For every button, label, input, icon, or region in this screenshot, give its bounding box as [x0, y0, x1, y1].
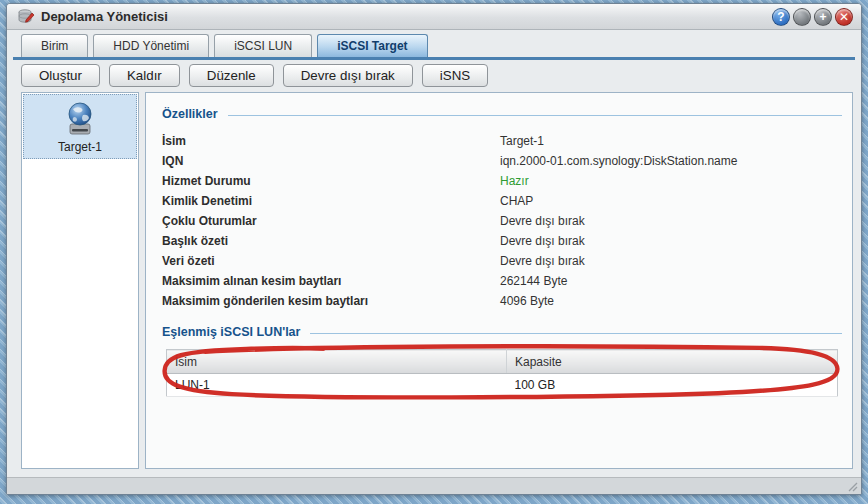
properties-list: İsimTarget-1 IQNiqn.2000-01.com.synology… [162, 131, 844, 311]
details-panel: Özellikler İsimTarget-1 IQNiqn.2000-01.c… [145, 92, 853, 469]
iscsi-target-globe-icon [63, 101, 97, 137]
main-area: Target-1 Özellikler İsimTarget-1 IQNiqn.… [21, 92, 853, 469]
window-titlebar[interactable]: Depolama Yöneticisi ? + ✕ [7, 4, 861, 30]
tab-birim[interactable]: Birim [21, 34, 88, 57]
mapped-luns-table-wrap: İsim Kapasite LUN-1 100 GB [166, 349, 838, 397]
property-row-iqn: IQNiqn.2000-01.com.synology:DiskStation.… [162, 151, 844, 171]
minimize-button[interactable] [793, 8, 811, 26]
help-button[interactable]: ? [772, 8, 790, 26]
resize-grip[interactable] [846, 480, 858, 492]
window-controls: ? + ✕ [772, 8, 853, 26]
target-list: Target-1 [21, 92, 139, 469]
tab-iscsi-target[interactable]: iSCSI Target [317, 34, 427, 57]
maximize-button[interactable]: + [814, 8, 832, 26]
lun-name-cell: LUN-1 [167, 374, 507, 397]
property-row-name: İsimTarget-1 [162, 131, 844, 151]
status-ready-value: Hazır [500, 174, 529, 188]
property-row-header-digest: Başlık özetiDevre dışı bırak [162, 231, 844, 251]
property-row-service-status: Hizmet DurumuHazır [162, 171, 844, 191]
property-row-authentication: Kimlik DenetimiCHAP [162, 191, 844, 211]
lun-capacity-cell: 100 GB [507, 374, 838, 397]
toolbar: Oluştur Kaldır Düzenle Devre dışı bırak … [7, 60, 861, 91]
mapped-luns-section-title: Eşlenmiş iSCSI LUN'lar [162, 325, 300, 339]
remove-button[interactable]: Kaldır [109, 64, 180, 87]
table-row-lun-1[interactable]: LUN-1 100 GB [167, 374, 838, 397]
column-header-capacity[interactable]: Kapasite [507, 350, 838, 374]
mapped-luns-section-header: Eşlenmiş iSCSI LUN'lar [162, 325, 844, 339]
properties-section-title: Özellikler [162, 107, 218, 121]
section-rule [310, 333, 842, 334]
window-title: Depolama Yöneticisi [41, 9, 772, 24]
desktop-background: Depolama Yöneticisi ? + ✕ Birim HDD Yöne… [0, 0, 868, 504]
create-button[interactable]: Oluştur [21, 64, 100, 87]
target-item-label: Target-1 [26, 140, 134, 154]
tab-iscsi-lun[interactable]: iSCSI LUN [214, 34, 312, 57]
edit-button[interactable]: Düzenle [189, 64, 274, 87]
properties-section-header: Özellikler [162, 107, 844, 121]
close-button[interactable]: ✕ [835, 8, 853, 26]
disable-button[interactable]: Devre dışı bırak [283, 64, 413, 87]
mapped-luns-table: İsim Kapasite LUN-1 100 GB [166, 349, 838, 397]
status-gap [7, 469, 861, 477]
isns-button[interactable]: iSNS [422, 64, 488, 87]
status-bar [7, 477, 861, 494]
tab-hdd-yonetimi[interactable]: HDD Yönetimi [93, 34, 209, 57]
storage-manager-icon [17, 8, 35, 26]
target-list-item-target-1[interactable]: Target-1 [23, 94, 137, 159]
column-header-name[interactable]: İsim [167, 350, 507, 374]
property-row-data-digest: Veri özetiDevre dışı bırak [162, 251, 844, 271]
property-row-multi-sessions: Çoklu OturumlarDevre dışı bırak [162, 211, 844, 231]
property-row-max-send-segment: Maksimim gönderilen kesim baytları4096 B… [162, 291, 844, 311]
section-rule [228, 115, 842, 116]
tab-bar: Birim HDD Yönetimi iSCSI LUN iSCSI Targe… [7, 30, 861, 57]
table-header-row: İsim Kapasite [167, 350, 838, 374]
storage-manager-window: Depolama Yöneticisi ? + ✕ Birim HDD Yöne… [6, 3, 862, 495]
property-row-max-receive-segment: Maksimim alınan kesim baytları262144 Byt… [162, 271, 844, 291]
